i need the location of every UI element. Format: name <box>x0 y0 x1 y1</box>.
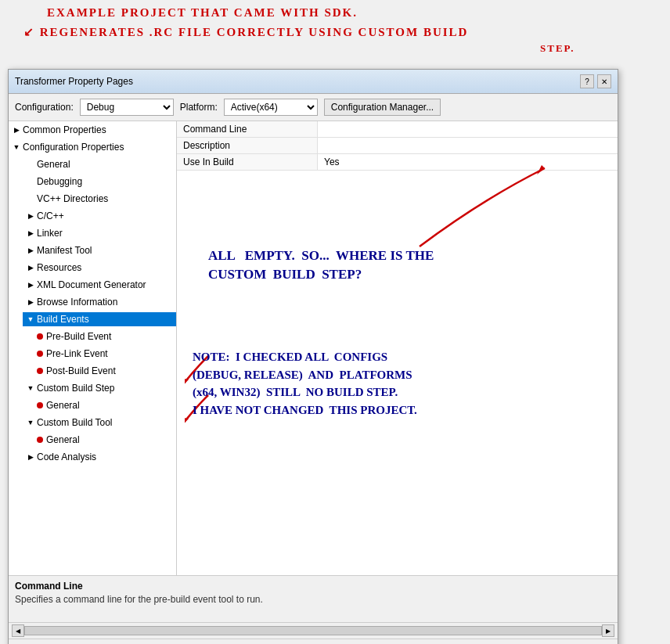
tree-item-cbs-general[interactable]: General <box>9 397 176 414</box>
annotation-area: EXAMPLE PROJECT THAT CAME WITH SDK. ↙ RE… <box>0 0 670 70</box>
tree-label-cbs-general: General <box>46 400 80 411</box>
svg-marker-2 <box>185 417 189 426</box>
tree-label-post-build: Post-Build Event <box>46 365 116 376</box>
tree-label-manifest: Manifest Tool <box>37 245 92 256</box>
expand-icon-custom-build-step: ▼ <box>26 383 35 393</box>
expand-icon-vc-dirs <box>26 194 35 203</box>
platform-select[interactable]: Active(x64) Win32 <box>224 99 318 116</box>
config-manager-button[interactable]: Configuration Manager... <box>324 99 441 116</box>
prop-value-useinbuild: Yes <box>318 154 618 170</box>
svg-marker-1 <box>185 378 189 387</box>
tree-item-general[interactable]: General <box>9 156 176 173</box>
expand-icon-browse: ▶ <box>26 297 35 307</box>
expand-icon-custom-build-tool: ▼ <box>26 418 35 427</box>
tree-item-config-props[interactable]: ▼ Configuration Properties <box>9 139 176 156</box>
expand-icon-debugging <box>26 177 35 186</box>
tree-label-pre-build: Pre-Build Event <box>46 331 111 342</box>
config-label: Configuration: <box>15 102 74 113</box>
close-button[interactable]: ✕ <box>597 74 611 88</box>
tree-label-xml-doc: XML Document Generator <box>37 279 146 290</box>
annotation-line1: EXAMPLE PROJECT THAT CAME WITH SDK. <box>47 6 358 20</box>
property-panel: Command Line Description Use In Build Ye… <box>177 121 618 575</box>
tree-item-cpp[interactable]: ▶ C/C++ <box>9 207 176 225</box>
tree-item-cbt-general[interactable]: General <box>9 431 176 448</box>
tree-label-resources: Resources <box>37 262 81 273</box>
prop-value-cmdline <box>318 121 618 137</box>
bullet-cbt-general <box>37 437 43 443</box>
prop-name-cmdline: Command Line <box>177 121 318 137</box>
property-row-useinbuild: Use In Build Yes <box>177 154 618 171</box>
tree-item-pre-link[interactable]: Pre-Link Event <box>9 345 176 362</box>
description-title: Command Line <box>15 581 611 592</box>
scroll-left-btn[interactable]: ◀ <box>12 624 24 637</box>
tree-item-pre-build[interactable]: Pre-Build Event <box>9 328 176 345</box>
annotation-svg <box>185 153 607 559</box>
dialog-title: Transformer Property Pages <box>15 76 133 87</box>
scroll-right-btn[interactable]: ▶ <box>602 624 614 637</box>
tree-label-vc-dirs: VC++ Directories <box>37 193 108 204</box>
tree-item-xml-doc[interactable]: ▶ XML Document Generator <box>9 276 176 293</box>
annotation-line3: STEP. <box>540 42 575 55</box>
config-select[interactable]: Debug Release <box>80 99 174 116</box>
annotation-line2: ↙ REGENERATES .RC FILE CORRECTLY USING C… <box>23 25 468 39</box>
annotation-overlay: ALL EMPTY. SO... WHERE IS THE CUSTOM BUI… <box>185 153 607 559</box>
tree-label-pre-link: Pre-Link Event <box>46 348 108 359</box>
prop-name-useinbuild: Use In Build <box>177 154 318 170</box>
bullet-pre-link <box>37 351 43 357</box>
tree-item-linker[interactable]: ▶ Linker <box>9 225 176 242</box>
expand-icon-general <box>26 160 35 169</box>
tree-label-cpp: C/C++ <box>37 210 64 221</box>
tree-label-browse: Browse Information <box>37 297 117 308</box>
tree-item-code-analysis[interactable]: ▶ Code Analysis <box>9 448 176 466</box>
tree-label-build-events: Build Events <box>37 314 89 325</box>
tree-item-resources[interactable]: ▶ Resources <box>9 259 176 276</box>
tree-item-common-props[interactable]: ▶ Common Properties <box>9 121 176 139</box>
hw-text-empty: ALL EMPTY. SO... WHERE IS THE CUSTOM BUI… <box>208 246 434 284</box>
expand-icon-config: ▼ <box>12 142 21 152</box>
tree-item-custom-build-step[interactable]: ▼ Custom Build Step <box>9 380 176 397</box>
tree-item-browse[interactable]: ▶ Browse Information <box>9 293 176 311</box>
main-content: ▶ Common Properties ▼ Configuration Prop… <box>9 121 618 575</box>
tree-label-linker: Linker <box>37 228 63 239</box>
expand-icon-build-events: ▼ <box>26 315 35 324</box>
config-bar: Configuration: Debug Release Platform: A… <box>9 94 618 121</box>
prop-value-description <box>318 138 618 153</box>
tree-label-custom-build-tool: Custom Build Tool <box>37 417 113 428</box>
property-row-description: Description <box>177 138 618 154</box>
expand-icon-common: ▶ <box>12 125 21 135</box>
dialog-window: Transformer Property Pages ? ✕ Configura… <box>8 69 618 644</box>
scrollbar-area: ◀ ▶ <box>9 622 618 639</box>
tree-label-general: General <box>37 159 70 170</box>
hw-text-note: NOTE: I CHECKED ALL CONFIGS (DEBUG, RELE… <box>193 348 417 419</box>
tree-label-custom-build-step: Custom Build Step <box>37 383 114 394</box>
scroll-track[interactable] <box>24 626 602 635</box>
tree-label-config: Configuration Properties <box>23 142 124 153</box>
tree-item-manifest[interactable]: ▶ Manifest Tool <box>9 242 176 259</box>
property-row-cmdline: Command Line <box>177 121 618 138</box>
expand-icon-resources: ▶ <box>26 263 35 272</box>
expand-icon-manifest: ▶ <box>26 246 35 255</box>
bullet-post-build <box>37 368 43 374</box>
title-bar: Transformer Property Pages ? ✕ <box>9 70 618 94</box>
platform-label: Platform: <box>180 102 218 113</box>
tree-item-post-build[interactable]: Post-Build Event <box>9 362 176 380</box>
expand-icon-linker: ▶ <box>26 228 35 238</box>
help-button[interactable]: ? <box>580 74 594 88</box>
bullet-pre-build <box>37 333 43 340</box>
tree-label-code-analysis: Code Analysis <box>37 452 96 462</box>
tree-label-cbt-general: General <box>46 434 80 445</box>
description-area: Command Line Specifies a command line fo… <box>9 575 618 622</box>
title-bar-controls: ? ✕ <box>580 74 611 88</box>
expand-icon-code-analysis: ▶ <box>26 452 35 462</box>
tree-label-common: Common Properties <box>23 124 106 135</box>
expand-icon-cpp: ▶ <box>26 211 35 221</box>
action-buttons: OK Cancel Apply <box>9 639 618 644</box>
tree-item-debugging[interactable]: Debugging <box>9 173 176 190</box>
bullet-cbs-general <box>37 402 43 408</box>
tree-item-vc-dirs[interactable]: VC++ Directories <box>9 190 176 207</box>
tree-panel: ▶ Common Properties ▼ Configuration Prop… <box>9 121 177 575</box>
tree-item-build-events[interactable]: ▼ Build Events <box>9 311 176 328</box>
expand-icon-xml-doc: ▶ <box>26 280 35 290</box>
tree-label-debugging: Debugging <box>37 176 82 187</box>
tree-item-custom-build-tool[interactable]: ▼ Custom Build Tool <box>9 414 176 431</box>
